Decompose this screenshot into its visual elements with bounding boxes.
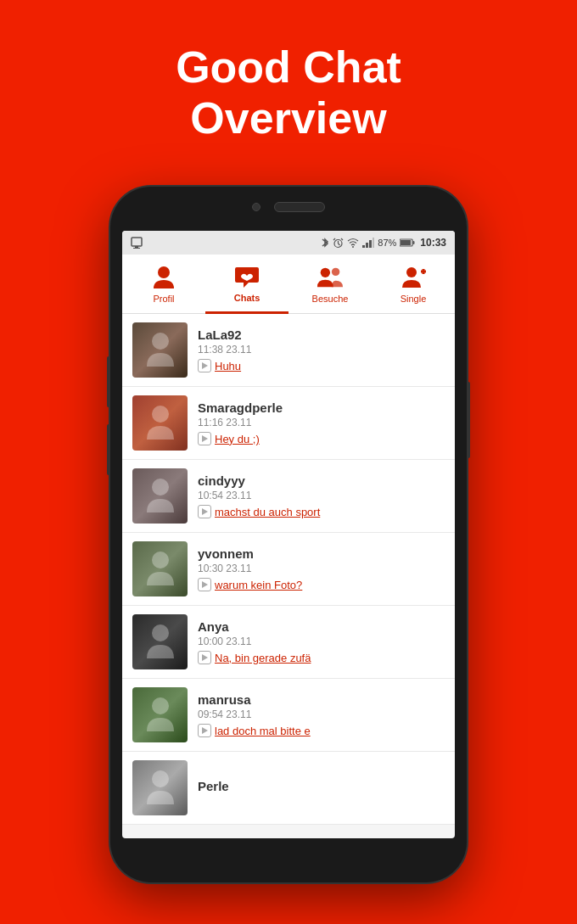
chat-item[interactable]: yvonnem 10:30 23.11 warum kein Foto? [122,533,455,606]
svg-point-26 [152,624,169,641]
tab-single-icon [400,264,427,291]
chat-message-preview: Na, bin gerade zufä [215,652,311,664]
chat-avatar [132,614,188,669]
chat-preview: lad doch mal bitte e [198,724,445,737]
battery-icon [400,238,415,248]
svg-line-5 [339,244,340,245]
play-icon [198,724,211,737]
svg-point-24 [152,479,169,496]
svg-point-27 [152,697,169,714]
chat-timestamp: 11:38 23.11 [198,344,445,356]
volume-up-button [107,356,110,407]
chat-item[interactable]: Anya 10:00 23.11 Na, bin gerade zufä [122,606,455,679]
svg-point-8 [352,246,354,248]
status-bar: 87% 10:33 [122,231,455,255]
chat-preview: Na, bin gerade zufä [198,651,445,664]
chat-item[interactable]: cindyyy 10:54 23.11 machst du auch sport [122,460,455,533]
person-add-icon [401,265,426,290]
screen-icon [131,237,143,249]
svg-rect-9 [362,245,365,248]
chat-timestamp: 10:54 23.11 [198,490,445,501]
status-right-info: 87% 10:33 [321,237,446,249]
page-title: Good Chat Overview [0,42,577,144]
play-icon [198,432,211,445]
chat-avatar [132,760,188,815]
chat-item[interactable]: LaLa92 11:38 23.11 Huhu [122,314,455,387]
avatar-silhouette [143,767,177,809]
chat-avatar [132,322,188,378]
tab-chats-icon [233,263,260,290]
chat-info: Anya 10:00 23.11 Na, bin gerade zufä [198,619,445,664]
chat-message-preview: Huhu [215,360,241,372]
time-display: 10:33 [420,237,446,249]
chat-message-preview: Hey du ;) [215,433,260,445]
tab-chats[interactable]: Chats [205,255,288,314]
tab-besuche[interactable]: Besuche [288,255,372,313]
play-triangle [202,362,208,369]
svg-point-25 [152,552,169,568]
chat-preview: Hey du ;) [198,432,445,445]
svg-rect-11 [369,240,372,248]
play-triangle [202,727,208,734]
chat-username: yvonnem [198,546,445,561]
chat-username: Perle [198,779,445,793]
tab-single[interactable]: Single [372,255,455,313]
svg-rect-0 [132,238,142,246]
phone-top-bar [252,202,325,212]
play-icon [198,359,211,372]
wifi-icon [347,238,359,248]
chat-preview: Huhu [198,359,445,372]
power-button [467,382,470,458]
tab-profil-label: Profil [153,294,174,304]
play-icon [198,651,211,664]
chat-message-preview: warum kein Foto? [215,579,302,591]
volume-down-button [107,424,110,475]
tab-chats-label: Chats [234,293,260,303]
chat-username: LaLa92 [198,328,445,342]
chat-heart-icon [233,264,260,289]
avatar-silhouette [143,694,177,736]
chat-timestamp: 10:30 23.11 [198,563,445,574]
svg-point-28 [152,770,169,787]
tab-besuche-icon [317,264,344,291]
chat-item[interactable]: Smaragdperle 11:16 23.11 Hey du ;) [122,387,455,460]
chat-timestamp: 09:54 23.11 [198,708,445,720]
chat-item[interactable]: Perle [122,752,455,825]
chat-avatar [132,395,188,451]
front-camera [252,203,260,211]
signal-icon [362,238,374,248]
avatar-silhouette [143,548,177,591]
tab-navigation: Profil Chats [122,255,455,314]
chat-preview: warum kein Foto? [198,578,445,591]
group-icon [317,265,344,290]
svg-line-6 [333,238,335,240]
play-triangle [202,581,208,588]
phone-speaker [274,202,325,212]
tab-profil[interactable]: Profil [122,255,205,313]
status-left-icons [131,237,143,249]
bluetooth-icon [321,237,329,249]
phone-device: 87% 10:33 [110,187,467,882]
play-triangle [202,508,208,515]
chat-list: LaLa92 11:38 23.11 Huhu Smaragdperle [122,314,455,825]
chat-avatar [132,687,188,742]
phone-screen: 87% 10:33 [122,231,455,838]
svg-point-19 [406,267,417,277]
svg-rect-12 [373,238,374,248]
svg-point-18 [332,268,339,276]
chat-item[interactable]: manrusa 09:54 23.11 lad doch mal bitte e [122,679,455,752]
chat-info: cindyyy 10:54 23.11 machst du auch sport [198,473,445,518]
tab-besuche-label: Besuche [312,294,349,304]
tab-single-label: Single [401,294,427,304]
chat-info: manrusa 09:54 23.11 lad doch mal bitte e [198,692,445,737]
svg-point-22 [152,333,169,350]
play-triangle [202,435,208,442]
chat-username: cindyyy [198,473,445,488]
alarm-icon [333,238,344,249]
chat-info: Perle [198,779,445,797]
chat-info: Smaragdperle 11:16 23.11 Hey du ;) [198,400,445,445]
battery-pct: 87% [378,238,396,248]
play-triangle [202,654,208,661]
svg-point-16 [158,266,170,278]
chat-username: manrusa [198,692,445,707]
